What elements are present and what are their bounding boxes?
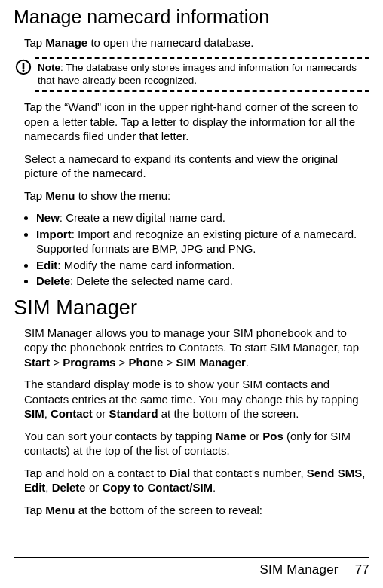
section-title-sim: SIM Manager [14, 296, 369, 320]
note-text: : The database only stores images and in… [38, 62, 357, 86]
text: > [115, 356, 128, 369]
text: , [45, 481, 51, 494]
p-wand: Tap the “Wand” icon in the upper right-h… [24, 100, 369, 144]
bold-edit: Edit [24, 481, 45, 494]
text: , [44, 407, 51, 420]
page-number: 77 [355, 562, 369, 577]
menu-item-desc: : Delete the selected name card. [70, 274, 233, 287]
text: . [213, 481, 216, 494]
bold-contact: Contact [51, 407, 93, 420]
list-item: Import: Import and recognize an existing… [36, 227, 369, 256]
bold-manage: Manage [45, 36, 87, 49]
note-divider-top [35, 57, 369, 59]
bold-sim: SIM [24, 407, 44, 420]
menu-item-desc: : Import and recognize an existing pictu… [36, 228, 357, 256]
text: SIM Manager allows you to manage your SI… [24, 326, 359, 354]
bold-standard: Standard [109, 407, 158, 420]
text: , [362, 467, 365, 479]
text: Tap [24, 504, 45, 516]
text: > [50, 356, 63, 369]
page-footer: SIM Manager77 [14, 557, 369, 577]
menu-item-desc: : Create a new digital name card. [60, 211, 225, 224]
bold-name: Name [216, 430, 247, 443]
text: to open the namecard database. [87, 36, 253, 49]
text: . [246, 356, 249, 369]
list-item: New: Create a new digital name card. [36, 210, 369, 225]
text: at the bottom of the screen. [158, 407, 299, 420]
p-menu-reveal: Tap Menu at the bottom of the screen to … [24, 503, 369, 518]
bold-start: Start [24, 356, 50, 369]
p-display-mode: The standard display mode is to show you… [24, 377, 369, 421]
bold-pos: Pos [262, 430, 283, 443]
bold-sendsms: Send SMS [307, 467, 362, 479]
text: You can sort your contacts by tapping [24, 430, 216, 443]
text: that contact's number, [190, 467, 307, 479]
text: Tap [24, 189, 45, 202]
menu-item-name: New [36, 211, 60, 224]
section-title-namecard: Manage namecard information [14, 6, 369, 28]
footer-rule [14, 557, 369, 558]
text: or [247, 430, 263, 443]
p-open-namecard: Tap Manage to open the namecard database… [24, 35, 369, 51]
bold-menu: Menu [45, 189, 75, 202]
text: Tap and hold on a contact to [24, 467, 170, 479]
alert-circle-icon [15, 59, 32, 75]
text: The standard display mode is to show you… [24, 378, 359, 406]
bold-delete: Delete [52, 481, 86, 494]
bold-copy: Copy to Contact/SIM [102, 481, 213, 494]
menu-item-desc: : Modify the name card information. [57, 259, 234, 271]
p-sort: You can sort your contacts by tapping Na… [24, 429, 369, 458]
bold-dial: Dial [170, 467, 191, 479]
p-sim-intro: SIM Manager allows you to manage your SI… [24, 326, 369, 370]
note-block: Note: The database only stores images an… [14, 57, 369, 92]
bold-phone: Phone [128, 356, 163, 369]
note-body: Note: The database only stores images an… [38, 62, 369, 87]
list-item: Edit: Modify the name card information. [36, 258, 369, 273]
text: or [86, 481, 103, 494]
bold-programs: Programs [63, 356, 115, 369]
list-item: Delete: Delete the selected name card. [36, 274, 369, 289]
text: or [93, 407, 109, 420]
text: > [163, 356, 176, 369]
menu-item-name: Delete [36, 274, 70, 287]
svg-rect-1 [23, 63, 25, 69]
note-label: Note [38, 62, 60, 73]
menu-item-name: Edit [36, 259, 57, 271]
p-contact-actions: Tap and hold on a contact to Dial that c… [24, 466, 369, 495]
text: at the bottom of the screen to reveal: [75, 504, 262, 516]
bold-menu2: Menu [45, 504, 75, 516]
bold-simmgr: SIM Manager [176, 356, 246, 369]
footer-section: SIM Manager [259, 562, 338, 577]
p-menu-intro: Tap Menu to show the menu: [24, 188, 369, 204]
note-divider-bottom [35, 90, 369, 92]
page: Manage namecard information Tap Manage t… [0, 0, 383, 588]
menu-item-name: Import [36, 228, 72, 240]
text: Tap [24, 36, 45, 49]
menu-list: New: Create a new digital name card. Imp… [36, 210, 369, 289]
p-select-namecard: Select a namecard to expand its contents… [24, 152, 369, 181]
text: to show the menu: [75, 189, 171, 202]
svg-point-2 [23, 70, 25, 72]
